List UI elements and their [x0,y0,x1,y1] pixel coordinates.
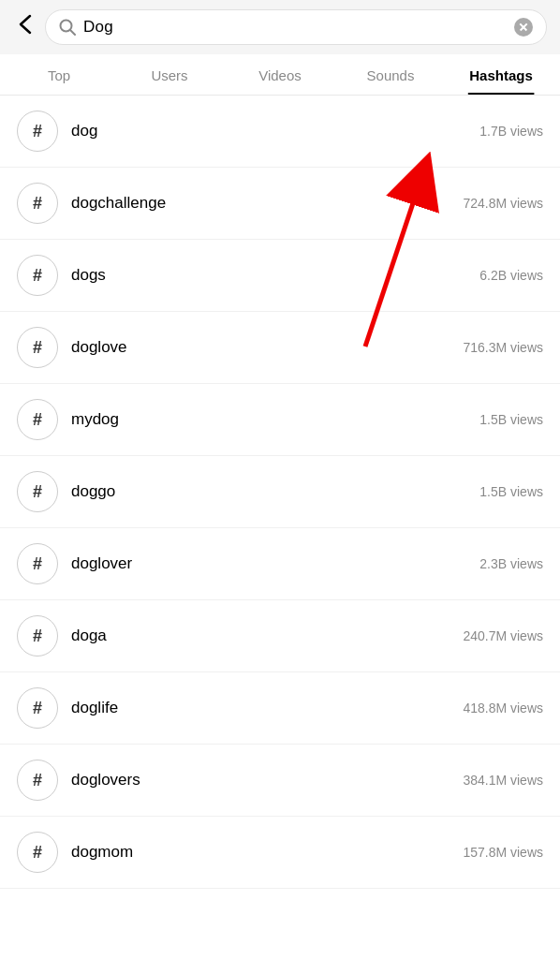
hashtag-icon: # [17,255,58,296]
hashtag-name: doglove [71,338,463,357]
hashtag-list: #dog1.7B views#dogchallenge724.8M views#… [0,96,560,889]
hashtag-views: 418.8M views [463,701,543,716]
search-input-container: Dog [45,9,547,45]
hashtag-icon: # [17,327,58,368]
hashtag-item[interactable]: #dogs6.2B views [0,240,560,312]
tabs-bar: Top Users Videos Sounds Hashtags [0,54,560,96]
hashtag-icon: # [17,615,58,657]
hashtag-name: dogmom [71,843,463,862]
hashtag-item[interactable]: #doglover2.3B views [0,528,560,600]
hashtag-icon: # [17,183,58,224]
hashtag-name: doggo [71,482,479,501]
hashtag-name: dogs [71,266,479,285]
hashtag-name: mydog [71,410,479,429]
hashtag-name: doglovers [71,771,463,789]
search-bar: Dog [0,0,560,54]
hashtag-views: 384.1M views [463,773,543,788]
tab-top[interactable]: Top [4,54,114,95]
hashtag-item[interactable]: #mydog1.5B views [0,384,560,456]
hashtag-name: doglover [71,554,479,573]
tab-users[interactable]: Users [114,54,225,95]
svg-line-1 [70,30,75,35]
tab-sounds[interactable]: Sounds [335,54,446,95]
hashtag-views: 1.5B views [479,412,543,427]
hashtag-icon: # [17,471,58,512]
hashtag-icon: # [17,543,58,584]
hashtag-icon: # [17,832,58,873]
hashtag-views: 6.2B views [479,268,543,283]
hashtag-views: 240.7M views [463,628,543,643]
search-icon [59,19,76,36]
hashtag-item[interactable]: #dogmom157.8M views [0,817,560,889]
hashtag-views: 1.5B views [479,484,543,499]
hashtag-item[interactable]: #doglife418.8M views [0,672,560,745]
hashtag-item[interactable]: #dogchallenge724.8M views [0,168,560,240]
hashtag-item[interactable]: #doglovers384.1M views [0,745,560,817]
tab-hashtags[interactable]: Hashtags [446,54,556,95]
search-query[interactable]: Dog [83,18,507,37]
hashtag-name: dog [71,122,479,140]
hashtag-icon: # [17,687,58,729]
hashtag-views: 724.8M views [463,196,543,211]
hashtag-views: 2.3B views [479,556,543,571]
hashtag-icon: # [17,399,58,440]
clear-search-button[interactable] [514,18,533,37]
hashtag-name: dogchallenge [71,194,463,213]
hashtag-item[interactable]: #dog1.7B views [0,96,560,168]
page-wrapper: Dog Top Users Videos Sounds Hashtags #do… [0,0,560,889]
hashtag-item[interactable]: #doggo1.5B views [0,456,560,528]
back-button[interactable] [13,10,37,44]
hashtag-views: 157.8M views [463,845,543,860]
hashtag-name: doglife [71,699,463,717]
hashtag-views: 1.7B views [479,124,543,139]
hashtag-icon: # [17,111,58,152]
hashtag-name: doga [71,627,463,645]
hashtag-icon: # [17,760,58,801]
hashtag-item[interactable]: #doglove716.3M views [0,312,560,384]
tab-videos[interactable]: Videos [225,54,335,95]
hashtag-views: 716.3M views [463,340,543,355]
hashtag-item[interactable]: #doga240.7M views [0,600,560,672]
